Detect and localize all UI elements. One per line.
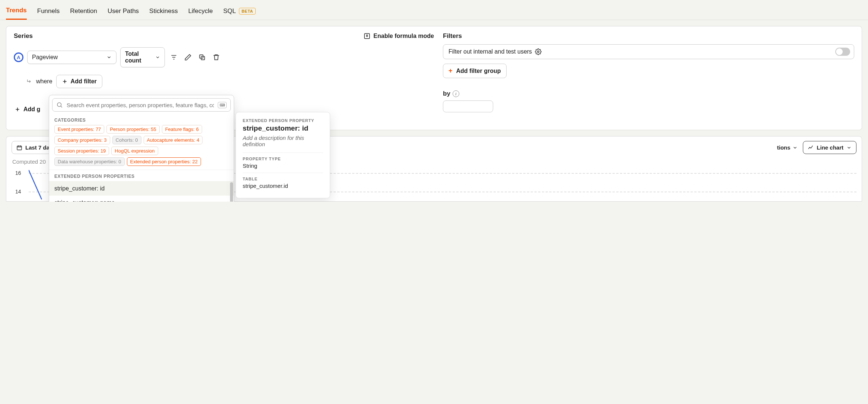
scrollbar[interactable] bbox=[230, 182, 233, 202]
chevron-down-icon bbox=[846, 145, 852, 150]
detail-description[interactable]: Add a description for this definition bbox=[243, 135, 323, 147]
detail-type-label: PROPERTY TYPE bbox=[243, 157, 323, 161]
gear-icon[interactable] bbox=[535, 48, 542, 55]
category-chip[interactable]: Person properties: 55 bbox=[106, 125, 159, 134]
property-search-input[interactable] bbox=[67, 102, 214, 108]
insight-tabs: Trends Funnels Retention User Paths Stic… bbox=[0, 0, 868, 20]
line-chart-icon bbox=[808, 145, 814, 151]
breakdown-select[interactable] bbox=[443, 100, 493, 112]
property-item[interactable]: stripe_customer: id bbox=[49, 182, 234, 196]
property-list[interactable]: stripe_customer: id stripe_customer: nam… bbox=[49, 181, 234, 202]
event-select[interactable]: Pageview bbox=[27, 51, 117, 64]
property-list-label: EXTENDED PERSON PROPERTIES bbox=[49, 170, 234, 181]
detail-header-label: EXTENDED PERSON PROPERTY bbox=[243, 118, 323, 123]
tab-user-paths[interactable]: User Paths bbox=[108, 4, 139, 19]
plus-icon bbox=[62, 78, 68, 84]
property-filter-popover: ⌨ CATEGORIES Event properties: 77 Person… bbox=[49, 95, 234, 202]
series-badge-a: A bbox=[14, 52, 23, 62]
tab-funnels[interactable]: Funnels bbox=[37, 4, 60, 19]
y-tick: 16 bbox=[15, 170, 21, 176]
detail-type-value: String bbox=[243, 163, 323, 169]
plus-icon: + bbox=[449, 67, 453, 75]
category-chip[interactable]: Cohorts: 0 bbox=[112, 136, 141, 144]
formula-icon bbox=[364, 33, 370, 39]
tab-trends[interactable]: Trends bbox=[6, 4, 27, 20]
svg-point-4 bbox=[57, 103, 61, 107]
where-label: where bbox=[36, 78, 52, 85]
internal-users-toggle[interactable] bbox=[835, 48, 850, 56]
category-chip[interactable]: Autocapture elements: 4 bbox=[144, 136, 203, 144]
chevron-down-icon bbox=[792, 145, 798, 150]
filter-icon[interactable] bbox=[169, 52, 179, 62]
category-chip[interactable]: HogQL expression bbox=[111, 147, 158, 155]
tab-lifecycle[interactable]: Lifecycle bbox=[188, 4, 213, 19]
property-detail-panel: EXTENDED PERSON PROPERTY stripe_customer… bbox=[236, 112, 330, 198]
filters-title: Filters bbox=[443, 32, 854, 40]
detail-title: stripe_customer: id bbox=[243, 124, 323, 132]
category-chips: Event properties: 77 Person properties: … bbox=[49, 125, 234, 170]
add-graph-label: Add g bbox=[23, 106, 40, 113]
arrow-corner-icon bbox=[26, 78, 32, 84]
chevron-down-icon bbox=[155, 55, 160, 60]
where-row: where Add filter bbox=[14, 75, 434, 88]
category-chip[interactable]: Data warehouse properties: 0 bbox=[54, 157, 125, 166]
svg-point-3 bbox=[537, 51, 539, 53]
series-row-a: A Pageview Total count bbox=[14, 47, 434, 67]
chevron-down-icon bbox=[106, 55, 112, 60]
category-chip[interactable]: Event properties: 77 bbox=[54, 125, 104, 134]
info-icon[interactable]: i bbox=[453, 90, 459, 97]
y-tick: 14 bbox=[15, 189, 21, 195]
internal-users-label: Filter out internal and test users bbox=[449, 48, 532, 55]
category-chip[interactable]: Company properties: 3 bbox=[54, 136, 110, 144]
svg-rect-5 bbox=[17, 146, 22, 150]
categories-label: CATEGORIES bbox=[49, 115, 234, 125]
breakdown-by: by i bbox=[443, 90, 854, 97]
tab-stickiness[interactable]: Stickiness bbox=[149, 4, 178, 19]
calendar-icon bbox=[16, 145, 22, 151]
edit-icon[interactable] bbox=[183, 52, 193, 62]
delete-icon[interactable] bbox=[211, 52, 221, 62]
property-item[interactable]: stripe_customer: name bbox=[49, 196, 234, 202]
property-search[interactable]: ⌨ bbox=[52, 98, 231, 112]
category-chip[interactable]: Session properties: 19 bbox=[54, 147, 109, 155]
tab-sql[interactable]: SQL BETA bbox=[223, 4, 256, 19]
config-panel: Series Enable formula mode A Pageview To… bbox=[6, 26, 862, 130]
internal-users-filter[interactable]: Filter out internal and test users bbox=[443, 44, 854, 59]
options-button[interactable]: tions bbox=[775, 141, 799, 154]
aggregation-select[interactable]: Total count bbox=[120, 47, 165, 67]
svg-line-6 bbox=[29, 170, 42, 199]
category-chip[interactable]: Extended person properties: 22 bbox=[127, 157, 201, 166]
add-filter-group-button[interactable]: + Add filter group bbox=[443, 64, 507, 78]
filters-column: Filters Filter out internal and test use… bbox=[443, 32, 854, 124]
plus-icon bbox=[15, 106, 20, 112]
enable-formula-mode[interactable]: Enable formula mode bbox=[364, 33, 434, 39]
series-title: Series bbox=[14, 32, 33, 40]
search-icon bbox=[56, 102, 63, 108]
chart-type-select[interactable]: Line chart bbox=[803, 141, 856, 154]
detail-table-value: stripe_customer.id bbox=[243, 183, 323, 189]
detail-table-label: TABLE bbox=[243, 177, 323, 181]
category-chip[interactable]: Feature flags: 6 bbox=[162, 125, 202, 134]
keyboard-icon: ⌨ bbox=[218, 102, 227, 108]
beta-badge: BETA bbox=[239, 8, 256, 15]
add-filter-button[interactable]: Add filter bbox=[56, 75, 102, 88]
tab-retention[interactable]: Retention bbox=[70, 4, 97, 19]
date-range-select[interactable]: Last 7 da bbox=[12, 141, 54, 154]
copy-icon[interactable] bbox=[197, 52, 207, 62]
chart-line bbox=[29, 168, 51, 201]
